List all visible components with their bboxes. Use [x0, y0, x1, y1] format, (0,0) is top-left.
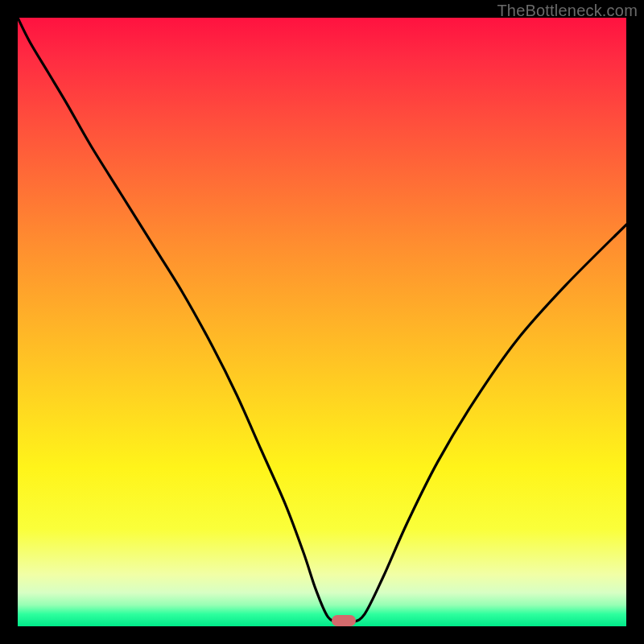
- optimal-marker: [332, 615, 356, 626]
- chart-frame: TheBottleneck.com: [0, 0, 644, 644]
- curve-path: [18, 18, 626, 623]
- plot-area: [18, 18, 626, 626]
- bottleneck-curve: [18, 18, 626, 626]
